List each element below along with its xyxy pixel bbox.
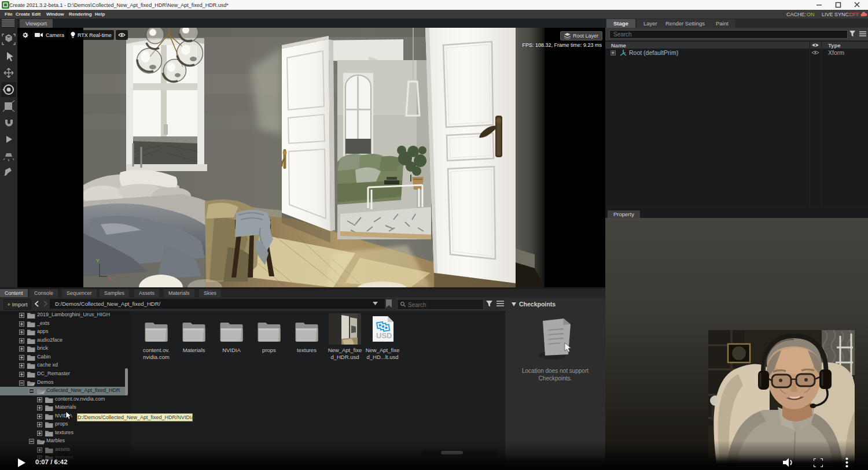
svg-text:Y: Y [96, 258, 100, 264]
svg-text:X: X [108, 276, 112, 282]
svg-text:USD: USD [376, 331, 392, 340]
